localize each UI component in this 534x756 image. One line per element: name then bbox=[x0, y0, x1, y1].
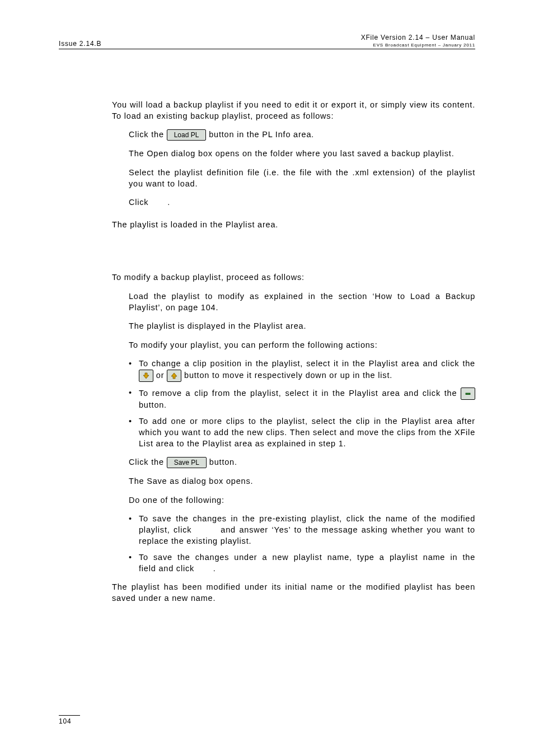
load-step-2: Select the playlist definition file (i.e… bbox=[112, 167, 475, 189]
page-header: Issue 2.14.B XFile Version 2.14 – User M… bbox=[59, 34, 475, 49]
load-outro: The playlist is loaded in the Playlist a… bbox=[112, 220, 475, 231]
document-page: Issue 2.14.B XFile Version 2.14 – User M… bbox=[0, 0, 534, 756]
remove-icon[interactable] bbox=[461, 388, 475, 400]
bullet-move-text-mid: or bbox=[156, 371, 167, 380]
bullet-move-text-a: To change a clip position in the playlis… bbox=[139, 359, 475, 368]
bullet-remove-text-b: button. bbox=[139, 400, 167, 409]
load-pl-button[interactable]: Load PL bbox=[167, 129, 207, 141]
load-step1-text-a: Click the bbox=[129, 130, 167, 139]
page-number: 104 bbox=[59, 715, 80, 725]
modify-step3-text-b: button. bbox=[209, 458, 237, 466]
modify-step1-result: The playlist is displayed in the Playlis… bbox=[112, 321, 475, 332]
modify-intro: To modify a backup playlist, proceed as … bbox=[112, 272, 475, 283]
bullet-remove-text-a: To remove a clip from the playlist, sele… bbox=[139, 389, 461, 398]
load-step-3: Click . bbox=[112, 197, 475, 208]
header-subtitle: EVS Broadcast Equipment – January 2011 bbox=[361, 43, 475, 48]
header-title: XFile Version 2.14 – User Manual bbox=[361, 34, 475, 41]
modify-outro: The playlist has been modified under its… bbox=[112, 582, 475, 604]
arrow-down-icon[interactable] bbox=[139, 370, 153, 382]
page-content: You will load a backup playlist if you n… bbox=[112, 100, 475, 604]
arrow-up-icon[interactable] bbox=[167, 370, 181, 382]
bullet-save-existing: To save the changes in the pre-existing … bbox=[129, 514, 475, 547]
modify-step3-result: The Save as dialog box opens. bbox=[112, 476, 475, 487]
load-step-1: Click the Load PL button in the PL Info … bbox=[112, 129, 475, 141]
modify-step2-intro: To modify your playlist, you can perform… bbox=[112, 340, 475, 351]
svg-rect-0 bbox=[466, 393, 470, 395]
load-step1-text-b: button in the PL Info area. bbox=[209, 130, 314, 139]
load-step1-result: The Open dialog box opens on the folder … bbox=[112, 148, 475, 160]
modify-step4-intro: Do one of the following: bbox=[112, 495, 475, 506]
header-issue: Issue 2.14.B bbox=[59, 40, 101, 48]
bullet-move-clip: To change a clip position in the playlis… bbox=[129, 358, 475, 382]
bullet-save-new: To save the changes under a new playlist… bbox=[129, 552, 475, 574]
modify-step2-bullets: To change a clip position in the playlis… bbox=[112, 358, 475, 449]
header-right: XFile Version 2.14 – User Manual EVS Bro… bbox=[361, 34, 475, 48]
modify-step-1: Load the playlist to modify as explained… bbox=[112, 291, 475, 313]
bullet-move-text-b: button to move it respectively down or u… bbox=[184, 371, 392, 380]
load-intro-paragraph: You will load a backup playlist if you n… bbox=[112, 100, 475, 122]
modify-step3-text-a: Click the bbox=[129, 458, 167, 466]
modify-step4-bullets: To save the changes in the pre-existing … bbox=[112, 514, 475, 574]
bullet-remove-clip: To remove a clip from the playlist, sele… bbox=[129, 388, 475, 411]
bullet-add-clip: To add one or more clips to the playlist… bbox=[129, 416, 475, 449]
save-pl-button[interactable]: Save PL bbox=[167, 457, 207, 468]
modify-step-3: Click the Save PL button. bbox=[112, 457, 475, 468]
